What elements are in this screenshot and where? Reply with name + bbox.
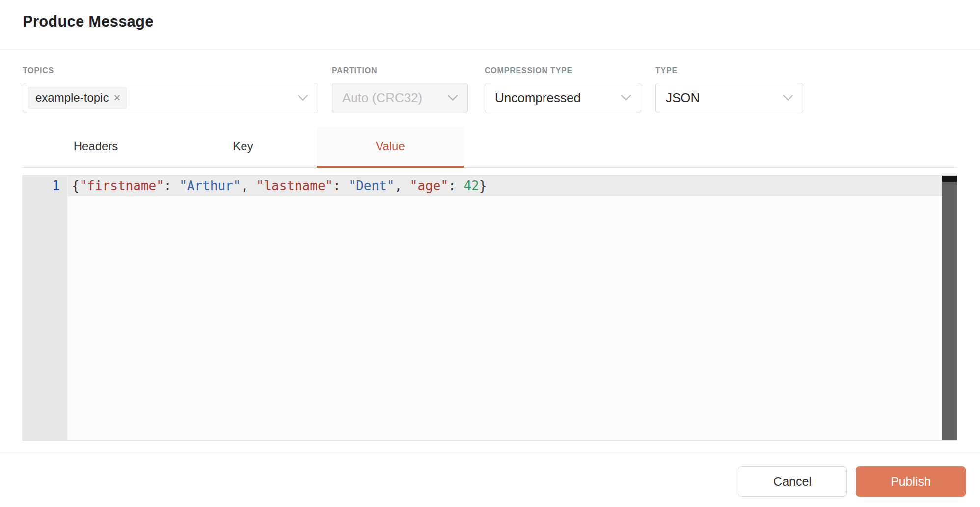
topic-tag[interactable]: example-topic × (28, 87, 127, 109)
footer: Cancel Publish (0, 455, 980, 497)
tabs-strip: Headers Key Value (22, 127, 957, 168)
line-number: 1 (23, 176, 67, 196)
chevron-down-icon (297, 94, 309, 102)
chevron-down-icon (782, 94, 794, 102)
editor-gutter: 1 (23, 176, 68, 440)
tab-headers[interactable]: Headers (22, 127, 169, 168)
code-line-1[interactable]: {"firstname": "Arthur", "lastname": "Den… (68, 176, 942, 196)
tab-key[interactable]: Key (169, 127, 317, 168)
topics-select[interactable]: example-topic × (23, 83, 318, 113)
chevron-down-icon (447, 94, 459, 102)
topics-field: TOPICS example-topic × (23, 66, 318, 113)
compression-type-label: COMPRESSION TYPE (485, 66, 641, 76)
page-title: Produce Message (23, 13, 980, 30)
partition-select: Auto (CRC32) (332, 83, 468, 113)
topic-tag-label: example-topic (35, 91, 109, 105)
fields-row: TOPICS example-topic × PARTITION Auto (C… (0, 50, 980, 113)
compression-type-field: COMPRESSION TYPE Uncompressed (485, 66, 641, 113)
partition-label: PARTITION (332, 66, 468, 76)
compression-type-value: Uncompressed (490, 90, 581, 106)
editor-empty-area[interactable] (68, 196, 942, 440)
type-field: TYPE JSON (655, 66, 803, 113)
type-label: TYPE (655, 66, 803, 76)
editor-scrollbar-thumb[interactable] (942, 176, 957, 182)
chevron-down-icon (620, 94, 632, 102)
remove-topic-icon[interactable]: × (113, 92, 120, 104)
cancel-button[interactable]: Cancel (738, 466, 847, 497)
type-select[interactable]: JSON (655, 83, 803, 113)
editor-code-area[interactable]: {"firstname": "Arthur", "lastname": "Den… (68, 176, 942, 440)
editor-scrollbar[interactable] (942, 176, 957, 440)
tab-value[interactable]: Value (317, 127, 464, 168)
partition-field: PARTITION Auto (CRC32) (332, 66, 468, 113)
partition-value: Auto (CRC32) (337, 90, 422, 106)
compression-type-select[interactable]: Uncompressed (485, 83, 641, 113)
value-code-editor[interactable]: 1 {"firstname": "Arthur", "lastname": "D… (22, 175, 957, 441)
publish-button[interactable]: Publish (856, 466, 966, 497)
type-value: JSON (661, 90, 700, 106)
dialog-header: Produce Message (0, 0, 980, 50)
topics-label: TOPICS (23, 66, 318, 76)
